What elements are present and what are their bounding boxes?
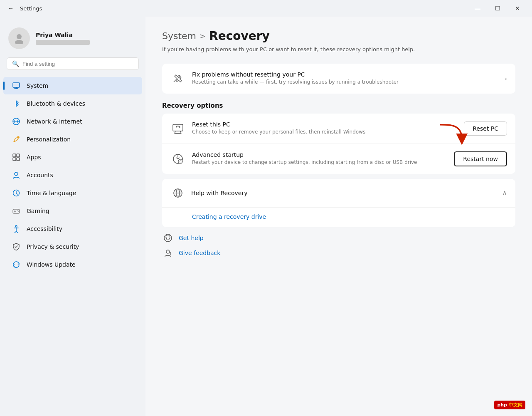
system-icon	[12, 81, 21, 90]
breadcrumb: System > Recovery	[162, 29, 515, 43]
help-body: Creating a recovery drive	[162, 207, 515, 227]
fix-problems-card: Fix problems without resetting your PC R…	[162, 64, 515, 94]
reset-pc-item: Reset this PC Choose to keep or remove y…	[162, 114, 515, 144]
sidebar-item-windows-update[interactable]: Windows Update	[3, 256, 142, 273]
give-feedback-icon	[162, 247, 174, 259]
svg-point-0	[17, 34, 22, 39]
sidebar-item-time[interactable]: Time & language	[3, 184, 142, 202]
bluetooth-icon	[12, 99, 21, 108]
accounts-icon	[12, 171, 21, 180]
breadcrumb-separator: >	[200, 32, 206, 40]
sidebar-item-accounts[interactable]: Accounts	[3, 166, 142, 184]
fix-text: Fix problems without resetting your PC R…	[192, 71, 498, 86]
maximize-button[interactable]: ☐	[488, 2, 507, 15]
svg-point-8	[15, 172, 18, 176]
user-info: Priya Walia	[36, 32, 90, 45]
fix-chevron: ›	[505, 74, 507, 82]
reset-title: Reset this PC	[192, 121, 457, 128]
app-body: Priya Walia 🔍 System Bluetooth & devices…	[0, 17, 532, 416]
help-with-recovery-card: Help with Recovery ∧ Creating a recovery…	[162, 179, 515, 227]
reset-icon	[170, 121, 185, 136]
breadcrumb-parent: System	[162, 31, 196, 41]
php-badge-subtitle: 中文网	[509, 402, 522, 408]
give-feedback-link[interactable]: Give feedback	[179, 250, 220, 256]
reset-text: Reset this PC Choose to keep or remove y…	[192, 121, 457, 136]
sidebar-item-apps[interactable]: Apps	[3, 149, 142, 166]
chevron-right-icon: ›	[505, 75, 507, 82]
recovery-options-title: Recovery options	[162, 102, 515, 109]
network-icon	[12, 117, 21, 126]
restart-now-button[interactable]: Restart now	[454, 151, 507, 166]
apps-icon	[12, 153, 21, 162]
bottom-links: Get help Give feedback	[162, 232, 515, 259]
sidebar-item-label: Bluetooth & devices	[27, 100, 85, 107]
sidebar-item-label: Privacy & security	[27, 243, 79, 250]
sidebar-item-accessibility[interactable]: Accessibility	[3, 220, 142, 238]
get-help-icon	[162, 232, 174, 244]
advanced-startup-action: Restart now	[454, 151, 507, 166]
creating-recovery-drive-link[interactable]: Creating a recovery drive	[192, 213, 266, 220]
svg-point-1	[15, 40, 23, 44]
back-button[interactable]: ←	[5, 2, 17, 14]
sidebar-item-label: Time & language	[27, 190, 76, 196]
sidebar-item-bluetooth[interactable]: Bluetooth & devices	[3, 95, 142, 112]
svg-rect-7	[17, 158, 20, 161]
fix-icon	[170, 71, 185, 86]
advanced-startup-text: Advanced startup Restart your device to …	[192, 151, 447, 166]
app-title: Settings	[20, 5, 465, 12]
help-title: Help with Recovery	[191, 190, 247, 196]
advanced-startup-desc: Restart your device to change startup se…	[192, 159, 447, 166]
sidebar-item-privacy[interactable]: Privacy & security	[3, 238, 142, 255]
svg-point-16	[178, 159, 182, 163]
titlebar: ← Settings — ☐ ✕	[0, 0, 532, 17]
svg-point-11	[17, 210, 18, 211]
sidebar-item-personalization[interactable]: Personalization	[3, 131, 142, 148]
sidebar-item-label: Gaming	[27, 208, 49, 214]
sidebar-item-label: System	[27, 82, 48, 89]
gaming-icon	[12, 206, 21, 215]
svg-point-12	[18, 211, 19, 212]
recovery-options-group: Reset this PC Choose to keep or remove y…	[162, 114, 515, 174]
sidebar-item-label: Network & internet	[27, 118, 82, 125]
minimize-button[interactable]: —	[468, 2, 487, 15]
sidebar-item-label: Apps	[27, 154, 41, 161]
personalization-icon	[12, 135, 21, 144]
content-area: System > Recovery If you're having probl…	[145, 17, 532, 416]
php-badge-label: php	[497, 402, 507, 408]
svg-rect-2	[13, 83, 20, 87]
reset-desc: Choose to keep or remove your personal f…	[192, 129, 457, 136]
window-controls: — ☐ ✕	[468, 2, 527, 15]
avatar	[8, 27, 30, 49]
page-title: Recovery	[209, 29, 270, 43]
help-header[interactable]: Help with Recovery ∧	[162, 179, 515, 207]
reset-pc-button[interactable]: Reset PC	[464, 121, 507, 136]
close-button[interactable]: ✕	[508, 2, 527, 15]
help-icon	[170, 186, 185, 201]
search-input[interactable]	[22, 61, 133, 67]
get-help-link[interactable]: Get help	[179, 235, 204, 241]
svg-rect-14	[173, 124, 183, 131]
svg-point-13	[15, 225, 17, 227]
svg-rect-4	[13, 154, 16, 157]
sidebar-item-system[interactable]: System	[3, 77, 142, 94]
search-box[interactable]: 🔍	[7, 57, 139, 70]
svg-point-22	[166, 250, 170, 253]
user-name: Priya Walia	[36, 32, 90, 38]
fix-problems-row[interactable]: Fix problems without resetting your PC R…	[162, 64, 515, 94]
get-help-item: Get help	[162, 232, 515, 244]
svg-point-19	[164, 234, 172, 242]
user-section: Priya Walia	[0, 23, 145, 57]
advanced-startup-title: Advanced startup	[192, 151, 447, 158]
fix-title: Fix problems without resetting your PC	[192, 71, 498, 78]
sidebar-item-label: Accounts	[27, 172, 53, 178]
windows-update-icon	[12, 260, 21, 269]
time-icon	[12, 188, 21, 198]
sidebar-item-label: Accessibility	[27, 225, 62, 232]
search-icon: 🔍	[12, 60, 19, 67]
user-email-placeholder	[36, 40, 90, 45]
svg-rect-5	[17, 154, 20, 157]
sidebar-item-network[interactable]: Network & internet	[3, 113, 142, 130]
sidebar-item-gaming[interactable]: Gaming	[3, 202, 142, 220]
privacy-icon	[12, 242, 21, 251]
sidebar-item-label: Personalization	[27, 136, 71, 143]
